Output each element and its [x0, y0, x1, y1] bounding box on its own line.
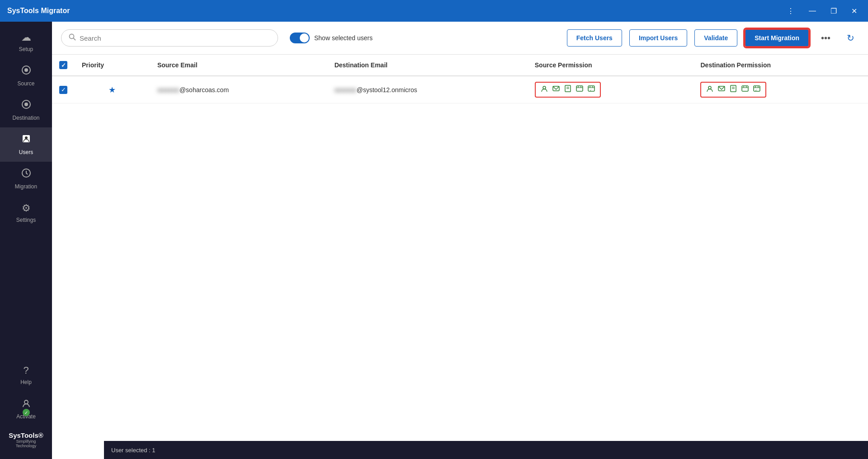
maximize-button[interactable]: ❐ [827, 5, 840, 17]
svg-rect-29 [742, 86, 748, 91]
svg-line-9 [74, 38, 76, 41]
header-source-email: Source Email [150, 55, 327, 76]
source-icon [21, 65, 31, 78]
activate-green-dot [23, 409, 30, 416]
sidebar: ☁ Setup Source Destination Users Migra [0, 22, 52, 459]
svg-point-5 [25, 136, 28, 139]
start-migration-button[interactable]: Start Migration [745, 29, 809, 47]
app-title: SysTools Migrator [7, 7, 70, 15]
toolbar: Show selected users Fetch Users Import U… [52, 22, 868, 55]
svg-rect-15 [576, 86, 583, 91]
row-source-email: xxxxxxx@soharcoas.com [150, 76, 327, 103]
svg-point-3 [24, 103, 28, 106]
sidebar-item-migration[interactable]: Migration [0, 162, 52, 196]
toggle-group: Show selected users [290, 33, 373, 43]
table-header-row: ✓ Priority Source Email Destination Emai… [52, 55, 868, 76]
contact-icon [540, 84, 548, 95]
minimize-button[interactable]: — [805, 5, 820, 17]
users-table: ✓ Priority Source Email Destination Emai… [52, 55, 868, 103]
logo-sub: Simplifying Technology [5, 439, 47, 448]
header-source-permission: Source Permission [528, 55, 693, 76]
main-content: Show selected users Fetch Users Import U… [52, 22, 868, 459]
row-destination-email: xxxxxxx@systool12.onmicros [327, 76, 528, 103]
sidebar-logo: SysTools® Simplifying Technology [0, 426, 52, 454]
sidebar-item-destination[interactable]: Destination [0, 93, 52, 127]
sidebar-label-users: Users [19, 149, 33, 155]
sidebar-label-help: Help [20, 379, 32, 385]
sidebar-bottom: ? Help Activate SysTools® Simplifying Te… [0, 358, 52, 459]
sidebar-item-setup[interactable]: ☁ Setup [0, 25, 52, 59]
search-input[interactable] [80, 34, 270, 42]
table-body: ✓★xxxxxxx@soharcoas.comxxxxxxx@systool12… [52, 76, 868, 103]
sidebar-item-users[interactable]: Users [0, 127, 52, 162]
cloud-icon: ☁ [21, 32, 31, 43]
title-bar: SysTools Migrator ⋮ — ❐ ✕ [0, 0, 868, 22]
sidebar-item-help[interactable]: ? Help [0, 358, 52, 392]
sidebar-item-activate[interactable]: Activate [0, 392, 52, 426]
row-checkbox[interactable]: ✓ [59, 86, 67, 94]
svg-point-10 [543, 86, 546, 89]
source-permission-group: ✓ [535, 82, 601, 98]
destination-icon [21, 99, 31, 112]
search-box[interactable] [61, 29, 278, 47]
sidebar-item-settings[interactable]: ⚙ Settings [0, 196, 52, 230]
dest-email-prefix: xxxxxxx [335, 86, 357, 94]
sidebar-label-destination: Destination [12, 115, 39, 121]
close-button[interactable]: ✕ [848, 5, 861, 17]
sidebar-label-source: Source [17, 80, 34, 87]
svg-text:✓: ✓ [590, 89, 592, 92]
import-users-button[interactable]: Import Users [629, 29, 687, 47]
mail-icon [552, 84, 560, 95]
destination-permission-group: ✓ [700, 82, 766, 98]
table-row: ✓★xxxxxxx@soharcoas.comxxxxxxx@systool12… [52, 76, 868, 103]
migration-icon [21, 168, 31, 181]
refresh-icon[interactable]: ↻ [842, 30, 859, 46]
sidebar-label-migration: Migration [15, 183, 37, 190]
app-body: ☁ Setup Source Destination Users Migra [0, 22, 868, 459]
priority-star-icon: ★ [108, 85, 116, 94]
title-bar-controls: ⋮ — ❐ ✕ [783, 5, 861, 17]
user-selected-bar: User selected : 1 [104, 441, 868, 459]
header-checkbox[interactable]: ✓ [52, 55, 75, 76]
more-options-icon[interactable]: ••• [816, 30, 835, 46]
sidebar-label-settings: Settings [16, 217, 36, 223]
dest-mail-icon [717, 84, 726, 95]
dest-email-domain: @systool12.onmicros [357, 86, 417, 94]
svg-point-8 [70, 34, 74, 39]
svg-point-7 [24, 400, 28, 404]
row-priority: ★ [75, 76, 150, 103]
dest-contact-icon [706, 84, 714, 95]
users-icon [21, 134, 31, 146]
row-checkbox-cell[interactable]: ✓ [52, 76, 75, 103]
dest-document-icon [729, 84, 737, 95]
header-destination-permission: Destination Permission [693, 55, 868, 76]
title-bar-left: SysTools Migrator [7, 7, 70, 15]
validate-button[interactable]: Validate [694, 29, 737, 47]
show-selected-toggle[interactable] [290, 33, 310, 43]
help-icon: ? [23, 365, 28, 376]
svg-point-1 [24, 68, 28, 72]
row-destination-permission: ✓ [693, 76, 868, 103]
toggle-label: Show selected users [314, 34, 373, 42]
svg-text:✓: ✓ [755, 89, 757, 92]
dest-task-icon: ✓ [753, 84, 761, 95]
calendar-icon [576, 84, 584, 95]
header-destination-email: Destination Email [327, 55, 528, 76]
select-all-checkbox[interactable]: ✓ [59, 61, 67, 69]
title-bar-menu-button[interactable]: ⋮ [783, 5, 798, 17]
source-email-domain: @soharcoas.com [179, 86, 229, 94]
sidebar-label-setup: Setup [19, 46, 33, 52]
logo-text: SysTools® [5, 431, 47, 439]
user-selected-text: User selected : 1 [111, 447, 156, 454]
settings-icon: ⚙ [22, 202, 31, 214]
task-icon: ✓ [587, 84, 595, 95]
header-priority: Priority [75, 55, 150, 76]
fetch-users-button[interactable]: Fetch Users [567, 29, 622, 47]
dest-calendar-icon [741, 84, 749, 95]
users-table-container: ✓ Priority Source Email Destination Emai… [52, 55, 868, 459]
source-email-prefix: xxxxxxx [157, 86, 179, 94]
document-icon [564, 84, 572, 95]
svg-point-24 [708, 86, 711, 89]
search-icon [69, 33, 76, 42]
sidebar-item-source[interactable]: Source [0, 59, 52, 93]
